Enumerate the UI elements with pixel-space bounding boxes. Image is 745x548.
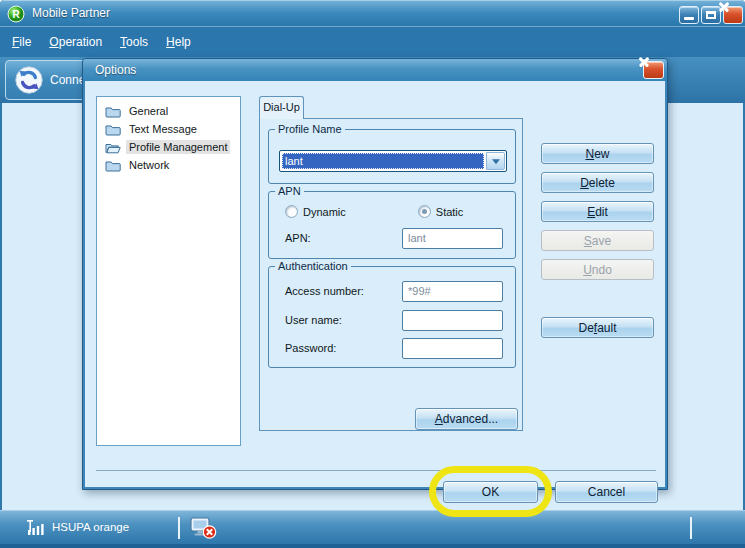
authentication-group: Authentication Access number: *99# User … [268, 266, 516, 368]
tree-item-network[interactable]: Network [97, 156, 240, 174]
delete-button[interactable]: Delete [541, 172, 654, 193]
edit-button[interactable]: Edit [541, 201, 654, 222]
menu-file[interactable]: File [12, 35, 31, 49]
profile-name-combobox[interactable]: lant [279, 150, 507, 172]
radio-dynamic[interactable]: Dynamic [285, 205, 346, 218]
radio-static[interactable]: Static [418, 205, 464, 218]
apn-group: APN Dynamic Static APN: lant [268, 191, 516, 259]
options-dialog: Options General Text Message Profile Man… [82, 58, 668, 490]
default-button[interactable]: Default [541, 317, 654, 338]
window-titlebar: R Mobile Partner [0, 0, 745, 26]
tree-item-text-message[interactable]: Text Message [97, 120, 240, 138]
window-bottom-edge [0, 544, 745, 548]
dialog-title: Options [95, 63, 136, 77]
tree-item-profile-management[interactable]: Profile Management [97, 138, 240, 156]
menubar: File Operation Tools Help [0, 26, 745, 57]
menu-help[interactable]: Help [166, 35, 191, 49]
dialog-close-button[interactable] [643, 61, 664, 79]
user-name-label: User name: [285, 314, 342, 326]
dialup-tab-panel: Profile Name lant APN Dynamic [259, 118, 523, 431]
statusbar-separator [690, 517, 692, 539]
category-list: General Text Message Profile Management … [96, 96, 241, 446]
tree-item-general[interactable]: General [97, 102, 240, 120]
apn-input[interactable]: lant [402, 228, 503, 249]
access-number-label: Access number: [285, 285, 364, 297]
apn-radio-row: Dynamic Static [285, 205, 463, 218]
menu-operation[interactable]: Operation [49, 35, 102, 49]
authentication-legend: Authentication [275, 260, 351, 272]
close-button[interactable] [723, 6, 743, 24]
access-number-input[interactable]: *99# [402, 281, 503, 302]
dialog-footer-separator [96, 470, 656, 471]
new-button[interactable]: New [541, 143, 654, 164]
statusbar-separator [178, 517, 180, 539]
sync-arrows-icon [14, 65, 44, 95]
apn-legend: APN [275, 185, 304, 197]
user-name-input[interactable] [402, 310, 503, 331]
profile-combo-dropdown-button[interactable] [486, 152, 505, 170]
app-icon: R [7, 5, 25, 23]
profile-name-group: Profile Name lant [268, 129, 516, 184]
profile-name-legend: Profile Name [275, 123, 345, 135]
minimize-icon [684, 17, 694, 20]
maximize-icon [706, 11, 716, 19]
password-input[interactable] [402, 338, 503, 359]
folder-closed-icon [105, 123, 121, 136]
statusbar: HSUPA orange [0, 510, 745, 544]
advanced-button[interactable]: Advanced... [415, 408, 518, 430]
tab-dialup[interactable]: Dial-Up [259, 96, 304, 119]
disconnected-icon [190, 516, 217, 544]
apn-field-label: APN: [285, 232, 311, 244]
profile-name-value: lant [282, 153, 484, 169]
radio-checked-icon[interactable] [418, 205, 431, 218]
save-button: Save [541, 230, 654, 251]
svg-text:R: R [12, 9, 20, 20]
radio-unchecked-icon[interactable] [285, 205, 298, 218]
undo-button: Undo [541, 259, 654, 280]
network-status-text: HSUPA orange [52, 521, 129, 533]
folder-closed-icon [105, 159, 121, 172]
signal-strength-icon [26, 518, 50, 542]
chevron-down-icon [492, 159, 500, 164]
menu-tools[interactable]: Tools [120, 35, 148, 49]
cancel-button[interactable]: Cancel [555, 481, 658, 503]
maximize-button[interactable] [701, 6, 721, 24]
mobile-partner-window: R Mobile Partner File Operation Tools He… [0, 0, 745, 548]
minimize-button[interactable] [679, 6, 699, 24]
folder-closed-icon [105, 105, 121, 118]
dialog-titlebar: Options [83, 59, 667, 81]
window-title: Mobile Partner [32, 6, 110, 20]
dialog-body: General Text Message Profile Management … [85, 81, 665, 487]
ok-button[interactable]: OK [443, 481, 538, 503]
folder-open-icon [105, 141, 121, 154]
password-label: Password: [285, 342, 336, 354]
